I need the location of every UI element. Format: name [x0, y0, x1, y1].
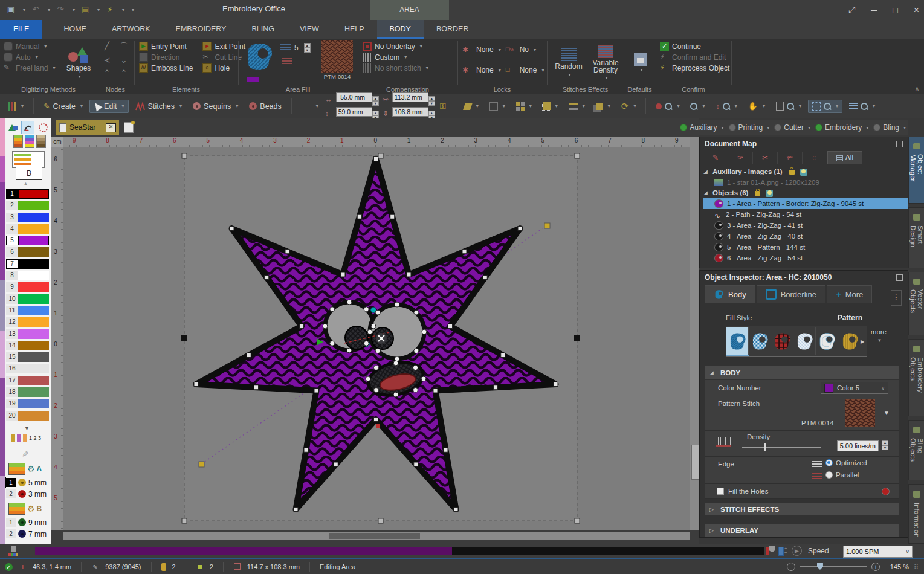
- tab-view[interactable]: VIEW: [287, 20, 332, 39]
- order-tool-button[interactable]: ▾: [592, 100, 615, 112]
- entry-point-button[interactable]: ▶Entry Point: [139, 42, 193, 51]
- color-row[interactable]: 10: [6, 294, 49, 304]
- sequin-palette-a[interactable]: ⚙A: [8, 463, 42, 475]
- node-peak2-icon[interactable]: ⌃: [117, 68, 131, 77]
- collapse-ribbon-icon[interactable]: ∧: [915, 85, 919, 92]
- redo-icon[interactable]: ↷: [56, 5, 65, 15]
- skew-tool-button[interactable]: ▾: [460, 100, 483, 112]
- lock3-dropdown[interactable]: None▾: [476, 66, 501, 74]
- record-setting-icon[interactable]: [882, 488, 890, 495]
- node-curve-icon[interactable]: ⌒: [117, 41, 131, 52]
- library-button[interactable]: ▾: [4, 99, 28, 114]
- tab-home[interactable]: HOME: [51, 20, 99, 39]
- color-row[interactable]: 19: [6, 399, 49, 408]
- color-row[interactable]: 8: [6, 271, 49, 280]
- side-panel-tab[interactable]: Embroidery Objects: [908, 339, 924, 416]
- fullscreen-icon[interactable]: ⤢: [848, 5, 855, 15]
- variable-density-button[interactable]: Variable Density▾: [587, 41, 624, 83]
- emboss-line-button[interactable]: ///Emboss Line: [139, 63, 193, 73]
- fill-style-blob-icon[interactable]: [243, 41, 274, 73]
- align-tool-button[interactable]: ▾: [564, 100, 589, 112]
- guide-handle-end[interactable]: [544, 223, 550, 228]
- sequin-reels-icon[interactable]: 1 2 3: [11, 434, 41, 442]
- fill-holes-checkbox[interactable]: [717, 488, 724, 495]
- pattern-preview[interactable]: PTM-0014: [321, 40, 353, 80]
- color-row[interactable]: 5: [6, 236, 49, 245]
- pan-button[interactable]: ✋▾: [744, 99, 769, 113]
- zoom-selected-button[interactable]: ▾: [808, 100, 842, 113]
- tab-borderline[interactable]: Borderline: [757, 285, 825, 303]
- stitch-spacing-field[interactable]: 5 ▲▼: [280, 43, 311, 53]
- zoom-window-button[interactable]: ▾: [686, 100, 709, 112]
- edit-button[interactable]: Edit▾: [89, 100, 129, 113]
- aux-image-item[interactable]: 1 - star 01-A.png - 1280x1209: [703, 177, 908, 188]
- color-row[interactable]: 17: [6, 376, 49, 385]
- height-field[interactable]: 106.8 mm: [392, 107, 428, 117]
- design-canvas[interactable]: [63, 147, 690, 530]
- reprocess-object-button[interactable]: ⚡Reprocess Object: [660, 63, 729, 73]
- duplicate-tool-button[interactable]: ▾: [485, 100, 509, 113]
- color-row[interactable]: 4: [6, 224, 49, 234]
- confirm-and-edit-button[interactable]: ⚡Confirm and Edit: [660, 53, 729, 62]
- device-toggle[interactable]: Cutter ▾: [774, 123, 810, 132]
- parallel-radio[interactable]: [825, 471, 833, 479]
- y-position-field[interactable]: 59.0 mm: [336, 107, 372, 117]
- side-panel-tab[interactable]: Bling Objects: [908, 420, 924, 480]
- x-position-field[interactable]: -55.0 mm: [336, 92, 372, 102]
- speed-dropdown[interactable]: 1.000 SPM∨: [843, 546, 913, 558]
- qat-customize-icon[interactable]: ▾: [132, 7, 134, 13]
- lock1-dropdown[interactable]: None▾: [476, 45, 501, 54]
- document-map-restore-icon[interactable]: [896, 141, 903, 147]
- cut-line-button[interactable]: ✂Cut Line: [202, 53, 245, 62]
- zoom-page-button[interactable]: ▾: [772, 99, 806, 113]
- defaults-button[interactable]: ▾: [627, 41, 654, 83]
- create-button[interactable]: ✎Create▾: [39, 99, 87, 113]
- node-smooth-icon[interactable]: ⌄: [117, 56, 131, 65]
- minimize-icon[interactable]: ─: [871, 5, 877, 15]
- lock4-dropdown[interactable]: None▾: [520, 66, 544, 74]
- optimized-radio[interactable]: [825, 459, 833, 466]
- fill-style-scroll-icon[interactable]: ▶: [861, 339, 864, 344]
- device-toggle[interactable]: Printing ▾: [729, 123, 770, 132]
- maximize-icon[interactable]: □: [893, 5, 897, 15]
- tab-file[interactable]: FILE: [0, 20, 42, 39]
- filter-needle-icon[interactable]: ✃: [778, 152, 803, 164]
- fill-style-pattern-satin[interactable]: [838, 327, 861, 355]
- more-fill-styles-button[interactable]: more▼: [871, 328, 887, 344]
- node-peak1-icon[interactable]: ⌃: [100, 68, 114, 77]
- fill-style-pattern-plaid[interactable]: [771, 327, 793, 355]
- panel-menu-icon[interactable]: ⋮: [891, 290, 902, 306]
- edge-parallel-option[interactable]: Parallel: [825, 471, 859, 479]
- aspect-lock-icon[interactable]: ⚿: [440, 102, 446, 111]
- horizontal-scrollbar[interactable]: [63, 532, 690, 540]
- lock-icon[interactable]: [789, 170, 795, 175]
- objects-group[interactable]: ◢Objects (6): [703, 188, 908, 198]
- fill-style-pattern-cross[interactable]: [793, 327, 816, 355]
- shapes-button[interactable]: Shapes▾: [63, 41, 94, 85]
- stitches-button[interactable]: Stitches▾: [131, 100, 186, 113]
- tab-help[interactable]: HELP: [332, 20, 377, 39]
- color-row[interactable]: 9: [6, 282, 49, 292]
- object-item[interactable]: 6 - Area - Zig-Zag - 54 st: [703, 253, 908, 263]
- stitch-effects-section-header[interactable]: ▷STITCH EFFECTS: [705, 503, 899, 515]
- aux-images-group[interactable]: ◢Auxiliary - Images (1): [703, 167, 908, 177]
- tab-artwork[interactable]: ARTWORK: [99, 20, 163, 39]
- fill-style-pattern-solid[interactable]: [726, 327, 749, 355]
- lock-icon[interactable]: [755, 191, 760, 196]
- color-row[interactable]: 14: [6, 341, 49, 350]
- color-row[interactable]: 16: [6, 364, 49, 373]
- palette-preset-2-icon[interactable]: [25, 135, 34, 148]
- side-panel-tab[interactable]: Object Manager: [908, 137, 924, 204]
- color-row[interactable]: 12: [6, 317, 49, 327]
- color-number-dropdown[interactable]: Color 5 ∨: [821, 382, 888, 394]
- density-slider[interactable]: [742, 447, 821, 448]
- density-slider-thumb[interactable]: [764, 443, 766, 451]
- filter-sequin-icon[interactable]: ◌: [803, 152, 827, 164]
- sequin-row[interactable]: 1 9 mm: [6, 517, 47, 527]
- pattern-dropdown-icon[interactable]: ▼: [884, 410, 890, 416]
- exit-point-button[interactable]: ►Exit Point: [202, 42, 245, 51]
- color-row[interactable]: 11: [6, 306, 49, 315]
- sequin-row[interactable]: 2 3 mm: [6, 489, 47, 499]
- color-row[interactable]: 6: [6, 247, 49, 257]
- palette-expand-icon[interactable]: ▼: [24, 425, 30, 431]
